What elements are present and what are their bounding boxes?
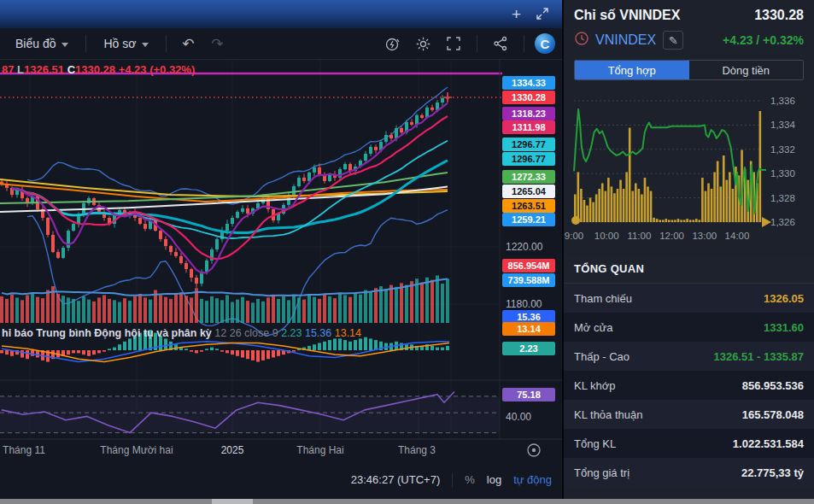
- volume-bar: [15, 297, 19, 323]
- tab-tong-hop[interactable]: Tổng hợp: [575, 61, 689, 79]
- macd-hist-bar: [205, 349, 208, 350]
- volume-bar: [318, 299, 321, 323]
- mini-volume-bar: [577, 173, 580, 223]
- candle-body: [292, 186, 296, 195]
- edit-pencil-icon[interactable]: ✎: [663, 31, 683, 50]
- volume-bar: [113, 300, 116, 323]
- candle-body: [236, 212, 239, 218]
- badge-text: 1296.77: [512, 139, 546, 149]
- macd-hist-bar: [77, 350, 80, 353]
- settings-gear-icon[interactable]: [410, 32, 436, 56]
- volume-bar: [220, 300, 224, 323]
- macd-hist-bar: [256, 350, 260, 362]
- candle-body: [364, 154, 367, 161]
- mini-y-tick: 1,328: [770, 193, 795, 203]
- share-icon[interactable]: [488, 32, 513, 56]
- volume-bar: [374, 288, 378, 323]
- overview-row-label: Tham chiếu: [574, 292, 632, 305]
- symbol-name[interactable]: VNINDEX: [595, 32, 656, 48]
- volume-bar: [61, 296, 65, 323]
- main-chart-svg: 87 L1326.51 C1330.28 +4.23 (+0.32%)hỉ bá…: [0, 60, 562, 461]
- overview-row: Thấp - Cao1326.51 - 1335.87: [564, 342, 814, 371]
- overview-row-value: 1331.60: [764, 321, 804, 334]
- mini-volume-bar: [717, 161, 719, 223]
- redo-icon[interactable]: ↷: [204, 32, 230, 56]
- mini-volume-bar: [647, 186, 649, 222]
- volume-bar: [118, 302, 121, 323]
- mini-y-tick: 1,332: [770, 144, 795, 155]
- volume-bar: [251, 302, 255, 323]
- axis-label: 1180.00: [506, 298, 542, 310]
- market-replay-icon[interactable]: [379, 32, 405, 56]
- ohlc-readout: 87 L1326.51 C1330.28 +4.23 (+0.32%): [2, 63, 195, 76]
- auto-scale-toggle[interactable]: tự động: [513, 473, 552, 486]
- percent-scale-toggle[interactable]: %: [465, 473, 475, 486]
- macd-hist-bar: [225, 350, 229, 353]
- candle-body: [389, 135, 393, 138]
- mini-x-tick: 10:00: [594, 231, 619, 241]
- volume-bar: [441, 284, 444, 323]
- candle-body: [174, 252, 178, 256]
- volume-bar: [20, 300, 24, 323]
- candle-body: [241, 208, 244, 212]
- volume-bar: [41, 298, 44, 323]
- macd-hist-bar: [313, 344, 316, 350]
- scroll-to-recent-icon[interactable]: [528, 444, 540, 456]
- undo-icon[interactable]: ↶: [175, 32, 201, 56]
- overview-row-label: Mở cửa: [574, 321, 612, 334]
- candle-body: [225, 224, 229, 231]
- volume-bar: [236, 300, 239, 323]
- macd-hist-bar: [97, 350, 101, 353]
- macd-hist-bar: [251, 350, 255, 360]
- mini-volume-bar: [662, 220, 665, 222]
- profile-menu-button[interactable]: Hồ sơ: [95, 32, 157, 55]
- candle-body: [184, 263, 188, 269]
- volume-bar: [67, 297, 70, 323]
- main-chart-area[interactable]: 87 L1326.51 C1330.28 +4.23 (+0.32%)hỉ bá…: [0, 60, 562, 461]
- candle-body: [400, 128, 403, 132]
- volume-bar: [328, 296, 331, 323]
- expand-icon[interactable]: [536, 6, 548, 22]
- mini-x-tick: 13:00: [692, 231, 717, 241]
- macd-hist-bar: [338, 338, 342, 350]
- horizontal-scrollbar[interactable]: [0, 499, 814, 504]
- add-icon[interactable]: +: [512, 6, 521, 22]
- candle-body: [410, 122, 413, 125]
- mini-volume-bar: [686, 219, 688, 222]
- candle-body: [72, 224, 75, 231]
- macd-hist-bar: [200, 350, 203, 352]
- candle-body: [205, 261, 208, 272]
- macd-hist-bar: [359, 338, 362, 350]
- volume-bar: [123, 298, 126, 323]
- mini-volume-bar: [732, 189, 735, 222]
- mini-volume-bar: [619, 180, 622, 222]
- chart-menu-button[interactable]: Biểu đồ: [7, 32, 77, 55]
- mini-volume-bar: [759, 111, 762, 222]
- volume-bar: [143, 297, 147, 323]
- tab-dong-tien[interactable]: Dòng tiền: [689, 61, 804, 79]
- price-axis-badge: 13.14: [502, 322, 555, 336]
- overview-row-value: 1326.51 - 1335.87: [713, 350, 804, 363]
- volume-bar: [292, 295, 296, 323]
- scrollbar-thumb[interactable]: [212, 499, 253, 504]
- overview-row-label: KL khớp: [574, 379, 616, 392]
- mini-volume-bar: [592, 202, 594, 222]
- broker-logo[interactable]: C: [535, 33, 555, 54]
- overview-row: Tổng KL1.022.531.584: [564, 429, 814, 458]
- volume-bar: [354, 292, 357, 323]
- price-axis-badge: 1296.77: [502, 138, 555, 151]
- fullscreen-icon[interactable]: [441, 32, 466, 56]
- macd-hist-bar: [210, 348, 214, 350]
- candle-body: [179, 256, 183, 263]
- chart-menu-label: Biểu đồ: [15, 37, 56, 50]
- volume-bar: [436, 276, 439, 324]
- log-scale-toggle[interactable]: log: [487, 473, 501, 486]
- macd-hist-bar: [405, 344, 408, 350]
- price-axis-badge: 1311.98: [502, 120, 555, 134]
- intraday-mini-chart[interactable]: 1,3361,3341,3321,3301,3281,3269:0010:001…: [564, 80, 814, 248]
- volume-bar: [0, 296, 3, 323]
- overview-row-value: 1.022.531.584: [733, 437, 804, 450]
- volume-bar: [77, 301, 80, 323]
- badge-text: 1263.51: [512, 201, 546, 211]
- mini-volume-bar: [656, 219, 659, 222]
